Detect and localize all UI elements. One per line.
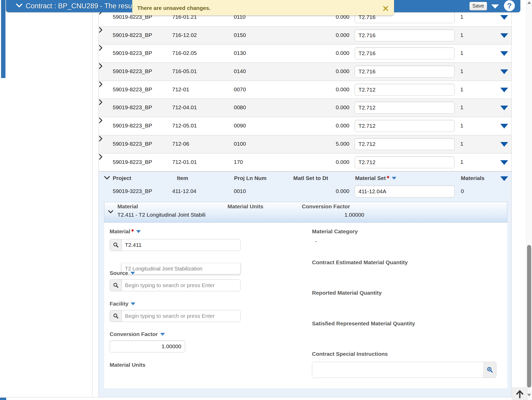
facility-label-dropdown-icon[interactable] [131,302,135,305]
row-actions-dropdown-icon[interactable] [500,15,508,20]
table-row[interactable]: 59019-8223_BP 716-05.01 0140 0.000 1 [99,63,511,81]
save-dropdown-icon[interactable] [491,4,499,9]
material-label-dropdown-icon[interactable] [136,230,141,233]
help-icon[interactable]: ? [504,0,515,11]
conversion-factor-label-dropdown-icon[interactable] [160,333,165,336]
column-header-project: Project [113,175,131,181]
conversion-factor-field-label: Conversion Factor [110,331,165,338]
chevron-right-icon[interactable] [99,48,103,52]
material-set-input[interactable] [355,66,455,78]
search-icon [110,310,122,322]
chevron-right-icon[interactable] [99,102,103,106]
sidebar-divider [92,12,92,397]
material-category-label: Material Category [312,228,358,235]
facility-field-label: Facility [110,300,135,307]
material-category-value: - [315,238,317,244]
row-actions-dropdown-icon[interactable] [500,106,508,110]
table-row[interactable]: 59019-8223_BP 716-02.05 0130 0.000 1 [99,44,511,63]
item-cell: 712-01 [172,86,189,93]
special-instructions-field [312,362,496,378]
chevron-right-icon[interactable] [99,66,103,70]
matl-set-to-dt-cell: 0.000 [296,159,349,165]
scrollbar-thumb[interactable] [527,245,531,388]
vertical-scrollbar[interactable] [526,0,532,400]
row-actions-dropdown-icon[interactable] [500,69,508,74]
source-search-input[interactable] [122,280,240,291]
project-cell: 59019-8223_BP [113,68,152,74]
required-asterisk: * [387,175,389,182]
column-header-materials: Materials [461,175,484,181]
chevron-down-icon[interactable] [15,3,23,9]
page-title: Contract : BP_CNU289 - The resu [26,2,132,10]
search-icon [110,239,122,251]
special-instructions-textarea[interactable] [312,362,483,378]
zoom-in-icon[interactable] [483,362,496,378]
matl-set-to-dt-cell: 0.000 [296,86,349,93]
project-cell: 59019-8223_BP [113,32,152,38]
chevron-right-icon[interactable] [99,30,103,34]
facility-search-combo [110,310,241,322]
chevron-down-icon[interactable] [104,176,110,181]
material-set-input[interactable] [355,47,455,59]
scrollbar-down-arrow[interactable] [527,394,531,396]
row-actions-dropdown-icon[interactable] [500,160,508,165]
source-field-label: Source [110,270,135,276]
close-icon[interactable] [383,6,388,12]
section-actions-dropdown-icon[interactable] [500,176,508,181]
materials-count-cell: 1 [460,104,463,111]
chevron-right-icon[interactable] [99,157,103,161]
save-button[interactable]: Save [469,2,487,10]
row-actions-dropdown-icon[interactable] [500,51,508,56]
table-row[interactable]: 59019-8223_BP 716-12.02 0150 0.000 1 [99,27,511,45]
scrollbar-up-arrow[interactable] [527,1,531,4]
item-cell: 712-01.01 [172,159,197,165]
subcolumn-header-conversion-factor: Conversion Factor [302,203,350,210]
material-set-input[interactable] [355,138,455,150]
material-set-input[interactable] [355,185,455,197]
row-actions-dropdown-icon[interactable] [500,33,508,38]
proj-ln-num-cell: 170 [234,159,243,165]
subcolumn-header-material-units: Material Units [228,203,263,210]
scroll-to-top-button[interactable] [512,388,527,400]
facility-search-input[interactable] [122,310,240,322]
matl-set-to-dt-cell: 0.000 [296,32,349,38]
row-actions-dropdown-icon[interactable] [500,142,508,147]
material-units-label: Material Units [110,362,145,368]
project-cell: 59019-8223_BP [113,122,152,129]
chevron-right-icon[interactable] [99,138,103,143]
column-header-item: Item [177,175,188,181]
material-set-input[interactable] [355,29,455,41]
material-set-input[interactable] [355,102,455,114]
material-set-input[interactable] [355,156,455,168]
material-suggestion-item[interactable]: T2 Longitudinal Joint Stabilization [121,263,241,274]
row-actions-dropdown-icon[interactable] [500,88,508,92]
table-row[interactable]: 59019-8223_BP 712-05.01 0090 0.000 1 [99,117,511,135]
material-search-input[interactable] [122,239,240,251]
proj-ln-num-cell: 0140 [234,68,246,74]
column-header-matl-set-to-dt: Matl Set to Dt [293,175,328,181]
row-actions-dropdown-icon[interactable] [500,124,508,128]
chevron-down-icon[interactable] [108,210,114,215]
satisfied-quantity-label: Satisfied Represented Material Quantity [312,320,415,327]
material-set-header-dropdown-icon[interactable] [392,177,396,180]
chevron-right-icon[interactable] [99,84,103,88]
matl-set-to-dt-cell: 5.000 [296,141,349,147]
subcolumn-header-material: Material [117,203,138,210]
table-row[interactable]: 59019-8223_BP 712-06 0100 5.000 1 [99,135,511,153]
materials-count-cell: 1 [460,32,463,38]
proj-ln-num-cell: 0080 [234,104,246,111]
material-set-input[interactable] [355,84,455,96]
project-cell: 59019-8223_BP [113,104,152,111]
table-row[interactable]: 59019-8223_BP 712-01 0070 0.000 1 [99,81,511,99]
proj-ln-num-cell: 0130 [234,50,246,56]
chevron-right-icon[interactable] [99,120,103,125]
search-icon [110,280,122,291]
materials-count-cell: 1 [460,159,463,165]
material-field-label: Material* [110,228,141,235]
material-set-input[interactable] [355,120,455,132]
table-row[interactable]: 59019-8223_BP 712-01.01 170 0.000 1 [99,153,511,172]
table-row[interactable]: 59019-8223_BP 712-04.01 0080 0.000 1 [99,99,511,117]
matl-set-to-dt-cell: 0.000 [296,122,349,129]
conversion-factor-input[interactable] [110,340,185,352]
source-label-dropdown-icon[interactable] [130,272,135,275]
